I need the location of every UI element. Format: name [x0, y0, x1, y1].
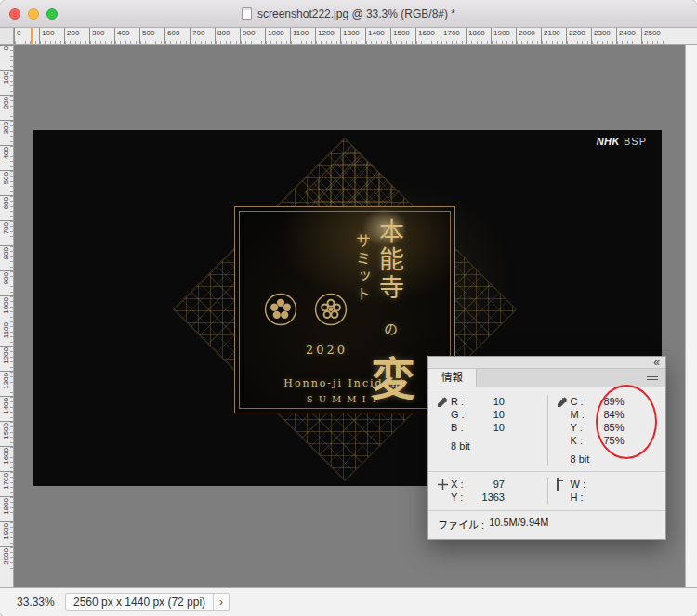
- window-titlebar[interactable]: screenshot222.jpg @ 33.3% (RGB/8#) *: [0, 0, 697, 28]
- main-area: 0100200300400500600700800900100011001200…: [0, 45, 697, 587]
- subtitle-katakana-vertical: サミット: [354, 233, 369, 304]
- rgb-rows: R : 10 G : 10 B : 10 8 bit: [451, 395, 547, 452]
- close-window-button[interactable]: [9, 8, 20, 20]
- channel-label: C :: [571, 395, 593, 408]
- size-value: [593, 491, 625, 504]
- vertical-scrollbar[interactable]: [685, 45, 697, 587]
- panel-menu-icon[interactable]: [647, 374, 658, 382]
- v-ruler-tick: 600: [0, 195, 13, 220]
- channel-value: 10: [473, 408, 505, 421]
- main-title-vertical: 本能寺 の 変: [367, 218, 412, 400]
- size-label: W :: [571, 478, 593, 491]
- v-ruler-tick: 0: [0, 45, 13, 70]
- width-height-icon: [557, 478, 571, 490]
- eyedropper-icon: [437, 396, 451, 410]
- cmyk-rows: C : 89% M : 84% Y : 85%: [571, 395, 666, 465]
- window-title: screenshot222.jpg @ 33.3% (RGB/8#) *: [257, 7, 455, 20]
- v-ruler-tick: 800: [0, 245, 13, 270]
- h-ruler-tick: 300: [89, 28, 114, 44]
- h-ruler-tick: 1300: [340, 28, 365, 44]
- h-ruler-tick: 2400: [616, 28, 641, 44]
- document-dimensions-text: 2560 px x 1440 px (72 ppi): [73, 596, 213, 609]
- minimize-window-button[interactable]: [28, 8, 39, 20]
- photoshop-window: screenshot222.jpg @ 33.3% (RGB/8#) * 010…: [0, 0, 697, 616]
- coord-label: Y :: [451, 491, 473, 504]
- document-proxy-icon: [242, 7, 252, 20]
- channel-value: 10: [473, 421, 505, 434]
- horizontal-ruler[interactable]: 0100200300400500600700800900100011001200…: [14, 28, 697, 44]
- v-ruler-tick: 2000: [0, 546, 13, 571]
- h-ruler-tick: 1600: [415, 28, 441, 44]
- cmyk-row-c: C : 89%: [571, 395, 661, 408]
- file-label: ファイル :: [438, 517, 484, 531]
- selection-size-readout: W : H :: [547, 478, 666, 504]
- h-ruler-tick: 1500: [390, 28, 415, 44]
- h-ruler-tick: 1900: [491, 28, 516, 44]
- channel-value: 10: [473, 395, 505, 408]
- family-crests: [264, 293, 348, 326]
- h-ruler-tick: 900: [240, 28, 265, 44]
- info-panel-header[interactable]: «: [428, 357, 665, 369]
- h-ruler-tick: 100: [39, 28, 64, 44]
- file-size-value: 10.5M/9.94M: [489, 517, 548, 531]
- title-frame: 本能寺 の 変 サミット 2020: [234, 206, 455, 413]
- channel-value: 85%: [593, 421, 625, 434]
- rgb-row-b: B : 10: [451, 421, 542, 434]
- v-ruler-tick: 400: [0, 145, 13, 170]
- h-ruler-tick: 2300: [591, 28, 616, 44]
- tab-info[interactable]: 情報: [428, 369, 477, 387]
- cursor-position-readout: X : 97 Y : 1363: [428, 478, 547, 504]
- file-size-section: ファイル : 10.5M/9.94M: [428, 510, 665, 539]
- nhk-bsp-logo: NHK BSP: [597, 136, 647, 147]
- cmyk-bit-depth: 8 bit: [571, 453, 661, 465]
- rgb-row-r: R : 10: [451, 395, 542, 408]
- channel-label: Y :: [571, 421, 593, 434]
- info-panel[interactable]: « 情報 R : 10: [427, 356, 666, 540]
- channel-value: 75%: [593, 434, 625, 447]
- status-bar: 33.33% 2560 px x 1440 px (72 ppi) ›: [0, 587, 697, 616]
- width-row: W :: [571, 478, 661, 491]
- h-ruler-tick: 800: [215, 28, 240, 44]
- collapse-panel-icon[interactable]: «: [653, 356, 659, 369]
- canvas-area[interactable]: NHK BSP 本能寺 の 変 サミット 2020: [14, 45, 685, 587]
- channel-label: M :: [571, 408, 593, 421]
- color-readout-section: R : 10 G : 10 B : 10 8 bit: [428, 387, 665, 471]
- v-ruler-tick: 300: [0, 120, 13, 145]
- ruler-row: 0100200300400500600700800900100011001200…: [0, 28, 697, 45]
- h-ruler-tick: 600: [164, 28, 190, 44]
- title-kanji-honnoji: 本能寺: [375, 218, 404, 302]
- ruler-corner[interactable]: [0, 28, 14, 44]
- v-ruler-tick: 1700: [0, 471, 13, 496]
- h-ruler-tick: 0: [14, 28, 39, 44]
- bsp-logo-text: BSP: [624, 136, 647, 147]
- english-summit-label: SUMMIT: [235, 394, 454, 404]
- flower-crest-icon: [314, 293, 348, 326]
- channel-label: B :: [451, 421, 473, 434]
- rgb-bit-depth: 8 bit: [451, 440, 542, 452]
- cursor-x-row: X : 97: [451, 478, 542, 491]
- info-panel-tab-row: 情報: [428, 369, 665, 387]
- v-ruler-tick: 1900: [0, 521, 13, 546]
- v-ruler-tick: 1800: [0, 496, 13, 521]
- h-ruler-tick: 200: [64, 28, 89, 44]
- cmyk-readout: C : 89% M : 84% Y : 85%: [547, 395, 666, 465]
- zoom-level-field[interactable]: 33.33%: [17, 596, 58, 609]
- vertical-ruler[interactable]: 0100200300400500600700800900100011001200…: [0, 45, 14, 587]
- height-row: H :: [571, 491, 661, 504]
- status-options-chevron-icon[interactable]: ›: [213, 594, 229, 610]
- h-ruler-tick: 1800: [466, 28, 491, 44]
- size-label: H :: [571, 491, 593, 504]
- v-ruler-tick: 1300: [0, 371, 13, 396]
- h-ruler-tick: 2500: [641, 28, 666, 44]
- size-rows: W : H :: [571, 478, 666, 504]
- year-label: 2020: [306, 343, 348, 357]
- h-ruler-tick: 1000: [265, 28, 290, 44]
- cmyk-row-m: M : 84%: [571, 408, 661, 421]
- cursor-rows: X : 97 Y : 1363: [451, 478, 547, 504]
- zoom-window-button[interactable]: [46, 8, 58, 20]
- window-title-group: screenshot222.jpg @ 33.3% (RGB/8#) *: [242, 7, 455, 20]
- v-ruler-tick: 500: [0, 170, 13, 195]
- h-ruler-tick: 2100: [541, 28, 566, 44]
- coord-value: 1363: [473, 491, 505, 504]
- channel-value: 84%: [593, 408, 625, 421]
